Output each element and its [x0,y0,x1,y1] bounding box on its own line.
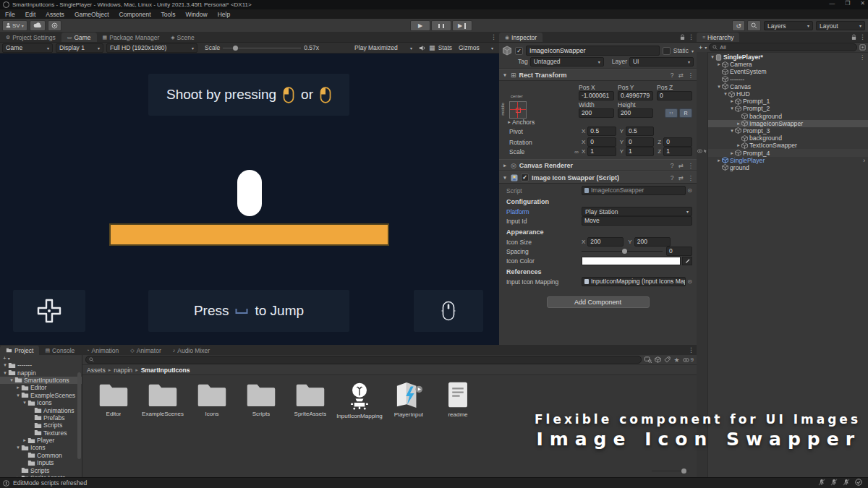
target-button[interactable] [48,20,61,31]
bottom-tab-console[interactable]: ▤Console [39,346,80,355]
project-folder-smartinputicons[interactable]: ▾SmartInputIcons [0,377,82,384]
pos-x-field[interactable]: -1.000061 [579,91,614,100]
hierarchy-item-eventsystem[interactable]: EventSystem [708,68,868,75]
menu-window[interactable]: Window [180,11,212,18]
project-folder-icons[interactable]: ▾Icons [0,399,82,406]
project-folder-player[interactable]: ▸Player [0,437,82,444]
asset-editor[interactable]: Editor [90,381,137,419]
play-maximized-dropdown[interactable]: Play Maximized▾ [351,43,416,53]
breadcrumb-nappin[interactable]: nappin [114,367,132,374]
bottom-tab-audio-mixer[interactable]: ♪Audio Mixer [167,346,216,355]
undo-history-button[interactable]: ↺ [732,20,745,31]
blueprint-mode-button[interactable]: ∷ [665,108,678,118]
hierarchy-item-prompt-2[interactable]: ▾Prompt_2 [708,105,868,112]
tag-dropdown[interactable]: Untagged▾ [530,57,604,67]
asset-inputiconmapping[interactable]: InputIconMapping [336,381,383,419]
spacing-value-field[interactable]: 0 [666,247,692,256]
hierarchy-item-singleplayer[interactable]: ▾SinglePlayer*⋮ [708,53,868,61]
kebab-menu-icon[interactable]: ⋮ [859,33,866,40]
expand-arrow-icon[interactable]: ▸ [22,437,27,443]
scale-y-field[interactable]: 1 [626,147,654,156]
activity-check-icon[interactable] [855,479,862,486]
spacing-slider[interactable] [582,247,663,255]
pivot-y-field[interactable]: 0.5 [626,127,654,136]
tab-hierarchy[interactable]: ≡Hierarchy [697,33,739,42]
bottom-tab-project[interactable]: Project [0,346,39,355]
expand-arrow-icon[interactable]: ▸ [729,150,735,156]
menu-component[interactable]: Component [114,11,156,18]
package-icon[interactable] [655,356,661,363]
expand-arrow-icon[interactable]: ▾ [15,393,21,398]
project-folder-nappin[interactable]: ▾nappin [0,369,82,376]
rotation-x-field[interactable]: 0 [587,137,616,147]
kebab-menu-icon[interactable]: ⋮ [859,54,865,61]
project-search-input[interactable] [85,356,642,364]
close-button[interactable]: ✕ [860,0,865,7]
view-tab-project-settings[interactable]: ⚙Project Settings [0,33,61,42]
platform-dropdown[interactable]: Play Station▾ [582,207,692,216]
scene-visibility-icon[interactable] [697,149,702,153]
presets-icon[interactable]: ⇄ [678,162,683,169]
layout-dropdown[interactable]: Layout▾ [816,21,865,30]
view-tab-game[interactable]: ▭Game [61,33,97,42]
raw-edit-mode-button[interactable]: R [679,108,692,118]
scale-slider[interactable] [223,44,301,52]
stats-button[interactable]: Stats [438,44,452,51]
layers-dropdown[interactable]: Layers▾ [764,21,813,30]
hierarchy-item-prompt-4[interactable]: ▸Prompt_4 [708,149,868,156]
static-dropdown-caret[interactable]: ▾ [692,48,694,53]
expand-arrow-icon[interactable]: ▾ [716,84,722,90]
project-folder-scripts[interactable]: Scripts [0,421,82,429]
script-object-field[interactable]: ImageIconSwapper [582,186,686,195]
step-button[interactable]: ▶ [452,20,472,31]
expand-arrow-icon[interactable]: ▾ [710,54,715,60]
asset-icons[interactable]: Icons [188,381,236,419]
pos-z-field[interactable]: 0 [657,91,692,100]
expand-arrow-icon[interactable]: ▾ [2,362,8,368]
icon-size-x-field[interactable]: 200 [587,237,624,247]
hierarchy-item-background[interactable]: background [708,113,868,120]
tab-inspector[interactable]: ◉Inspector [499,33,542,42]
status-message[interactable]: EditMode scripts refreshed [13,479,87,487]
eyedropper-icon[interactable] [682,257,692,265]
expand-arrow-icon[interactable]: ▸ [736,121,741,127]
project-folder-icons[interactable]: ▾Icons [0,444,82,451]
menu-assets[interactable]: Assets [41,11,69,18]
icon-color-swatch[interactable] [582,257,681,265]
hierarchy-item-prompt-3[interactable]: ▾Prompt_3 [708,127,868,134]
link-scale-icon[interactable]: ∞ [574,148,579,155]
breadcrumb-assets[interactable]: Assets [87,367,106,374]
layer-dropdown[interactable]: UI▾ [629,57,694,67]
search-by-label-icon[interactable] [664,356,671,363]
gameobject-name-field[interactable]: ImageIconSwapper [526,46,660,56]
hidden-packages-toggle[interactable]: 9 [683,356,694,363]
create-button[interactable]: + [3,355,7,361]
play-button[interactable]: ▶ [410,20,430,31]
add-component-button[interactable]: Add Component [547,296,650,308]
game-mode-dropdown[interactable]: Game▾ [2,43,53,53]
object-picker-icon[interactable]: ⊙ [687,278,692,285]
pause-button[interactable] [431,20,451,31]
thumbnail-zoom-slider[interactable] [652,468,689,474]
project-folder-scripts[interactable]: Scripts [0,466,82,474]
hierarchy-item-prompt-1[interactable]: ▸Prompt_1 [708,98,868,105]
scene-pickability-icon[interactable] [703,149,707,153]
menu-tools[interactable]: Tools [156,11,181,18]
project-folder-textures[interactable]: Textures [0,429,82,437]
anchor-preset-widget[interactable] [509,101,527,119]
expand-arrow-icon[interactable]: ▾ [15,445,21,450]
icon-size-y-field[interactable]: 200 [634,237,671,247]
asset-spriteassets[interactable]: SpriteAssets [286,381,334,419]
collab-disabled-icon[interactable] [843,479,850,486]
kebab-menu-icon[interactable]: ⋮ [688,72,694,79]
project-folder-inputs[interactable]: Inputs [0,459,82,466]
lock-icon[interactable] [680,34,685,40]
width-field[interactable]: 200 [579,108,614,118]
expand-arrow-icon[interactable]: ▾ [729,106,735,111]
mute-audio-icon[interactable] [419,45,426,51]
hierarchy-item-item[interactable]: ------- [708,76,868,83]
create-caret[interactable]: ▾ [705,45,707,50]
asset-scripts[interactable]: Scripts [237,381,285,419]
project-folder-common[interactable]: Common [0,452,82,459]
scene-picker-icon[interactable] [859,44,866,51]
